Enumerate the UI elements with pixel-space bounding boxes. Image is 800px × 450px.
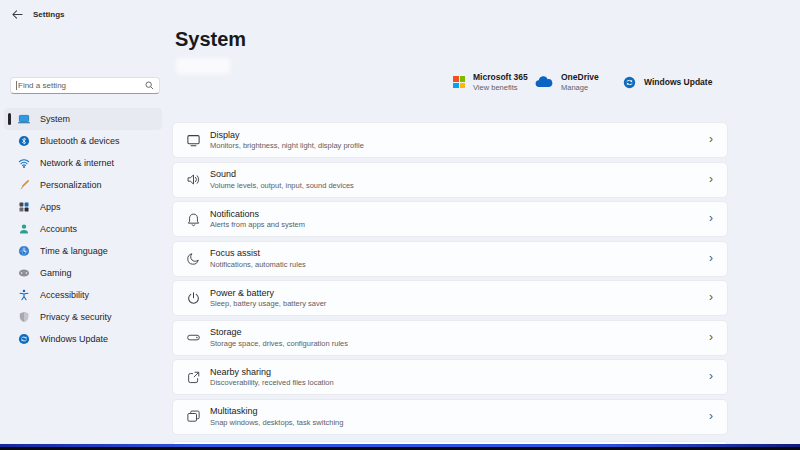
- row-notifications[interactable]: Notifications Alerts from apps and syste…: [172, 201, 728, 237]
- quick-card-subtitle: View benefits: [473, 84, 528, 92]
- row-subtitle: Monitors, brightness, night light, displ…: [210, 142, 364, 150]
- search-icon[interactable]: [145, 81, 154, 90]
- apps-icon: [18, 201, 30, 213]
- chevron-right-icon: ›: [709, 251, 713, 265]
- chevron-right-icon: ›: [709, 409, 713, 423]
- row-title: Nearby sharing: [210, 367, 334, 377]
- quick-card-title: Windows Update: [644, 77, 712, 87]
- row-title: Power & battery: [210, 288, 326, 298]
- sidebar-item-privacy-security[interactable]: Privacy & security: [4, 306, 162, 328]
- onedrive-card[interactable]: OneDrive Manage: [535, 72, 617, 92]
- sidebar-item-accessibility[interactable]: Accessibility: [4, 284, 162, 306]
- ms-logo-blue: [453, 83, 459, 89]
- row-subtitle: Sleep, battery usage, battery saver: [210, 300, 326, 308]
- chevron-right-icon: ›: [709, 172, 713, 186]
- sidebar-item-label: Apps: [40, 202, 61, 212]
- chevron-right-icon: ›: [709, 211, 713, 225]
- search-placeholder: Find a setting: [18, 81, 145, 90]
- blurred-device-name: [176, 58, 230, 74]
- sidebar-item-label: Accessibility: [40, 290, 89, 300]
- sidebar-nav: System Bluetooth & devices Network & int…: [4, 108, 162, 350]
- sidebar-item-label: Accounts: [40, 224, 77, 234]
- sidebar-item-label: Personalization: [40, 180, 102, 190]
- ms-logo-yellow: [460, 83, 466, 89]
- privacy-security-icon: [18, 311, 30, 323]
- row-title: Notifications: [210, 209, 305, 219]
- row-title: Storage: [210, 327, 348, 337]
- screen-edge-black-bar: [0, 447, 800, 450]
- power-icon: [186, 291, 201, 306]
- sidebar-item-label: Gaming: [40, 268, 72, 278]
- system-icon: [18, 113, 30, 125]
- windows-update-icon: [18, 333, 30, 345]
- sidebar-item-system[interactable]: System: [4, 108, 162, 130]
- row-nearby-sharing[interactable]: Nearby sharing Discoverability, received…: [172, 359, 728, 395]
- search-input[interactable]: Find a setting: [10, 77, 160, 94]
- personalization-icon: [18, 179, 30, 191]
- row-power-battery[interactable]: Power & battery Sleep, battery usage, ba…: [172, 280, 728, 316]
- chevron-right-icon: ›: [709, 290, 713, 304]
- settings-list: Display Monitors, brightness, night ligh…: [172, 122, 728, 438]
- row-subtitle: Storage space, drives, configuration rul…: [210, 340, 348, 348]
- bluetooth-icon: [18, 135, 30, 147]
- time-language-icon: [18, 245, 30, 257]
- row-subtitle: Alerts from apps and system: [210, 221, 305, 229]
- gaming-icon: [18, 267, 30, 279]
- row-storage[interactable]: Storage Storage space, drives, configura…: [172, 320, 728, 356]
- back-button[interactable]: [10, 7, 24, 21]
- sidebar-item-bluetooth-devices[interactable]: Bluetooth & devices: [4, 130, 162, 152]
- ms-logo-green: [460, 76, 466, 82]
- quick-card-subtitle: Manage: [561, 84, 599, 92]
- row-title: Multitasking: [210, 406, 343, 416]
- row-subtitle: Snap windows, desktops, task switching: [210, 419, 343, 427]
- quick-card-title: Microsoft 365: [473, 72, 528, 82]
- sidebar-item-label: Network & internet: [40, 158, 114, 168]
- display-icon: [186, 133, 201, 148]
- sidebar-item-label: Privacy & security: [40, 312, 112, 322]
- sidebar-item-label: Windows Update: [40, 334, 108, 344]
- row-sound[interactable]: Sound Volume levels, output, input, soun…: [172, 162, 728, 198]
- chevron-right-icon: ›: [709, 132, 713, 146]
- sidebar-item-apps[interactable]: Apps: [4, 196, 162, 218]
- sidebar-item-personalization[interactable]: Personalization: [4, 174, 162, 196]
- window-title: Settings: [33, 10, 65, 19]
- quick-card-title: OneDrive: [561, 72, 599, 82]
- row-display[interactable]: Display Monitors, brightness, night ligh…: [172, 122, 728, 158]
- page-title: System: [175, 28, 246, 51]
- back-arrow-icon: [11, 9, 23, 20]
- network-icon: [18, 157, 30, 169]
- sidebar-item-label: System: [40, 114, 70, 124]
- sound-icon: [186, 172, 201, 187]
- sidebar-item-gaming[interactable]: Gaming: [4, 262, 162, 284]
- row-focus-assist[interactable]: Focus assist Notifications, automatic ru…: [172, 241, 728, 277]
- multitasking-icon: [186, 409, 201, 424]
- accessibility-icon: [18, 289, 30, 301]
- notifications-icon: [186, 212, 201, 227]
- row-subtitle: Volume levels, output, input, sound devi…: [210, 182, 354, 190]
- storage-icon: [186, 330, 201, 345]
- row-subtitle: Notifications, automatic rules: [210, 261, 306, 269]
- sidebar-item-windows-update[interactable]: Windows Update: [4, 328, 162, 350]
- microsoft-logo: [453, 76, 465, 88]
- row-multitasking[interactable]: Multitasking Snap windows, desktops, tas…: [172, 399, 728, 435]
- quick-cards: Microsoft 365 View benefits OneDrive Man…: [453, 72, 712, 92]
- microsoft-365-card[interactable]: Microsoft 365 View benefits: [453, 72, 530, 92]
- row-title: Sound: [210, 169, 354, 179]
- chevron-right-icon: ›: [709, 369, 713, 383]
- selection-indicator: [8, 113, 11, 125]
- windows-update-icon: [623, 76, 636, 89]
- onedrive-icon: [535, 76, 553, 88]
- row-title: Focus assist: [210, 248, 306, 258]
- window-header: Settings: [10, 7, 65, 21]
- accounts-icon: [18, 223, 30, 235]
- sidebar-item-time-language[interactable]: Time & language: [4, 240, 162, 262]
- sidebar-item-network-internet[interactable]: Network & internet: [4, 152, 162, 174]
- sidebar-item-accounts[interactable]: Accounts: [4, 218, 162, 240]
- nearby-sharing-icon: [186, 370, 201, 385]
- ms-logo-red: [453, 76, 459, 82]
- windows-update-card[interactable]: Windows Update: [623, 76, 712, 89]
- row-title: Display: [210, 130, 364, 140]
- text-caret: [16, 81, 17, 90]
- row-subtitle: Discoverability, received files location: [210, 379, 334, 387]
- sidebar-item-label: Time & language: [40, 246, 108, 256]
